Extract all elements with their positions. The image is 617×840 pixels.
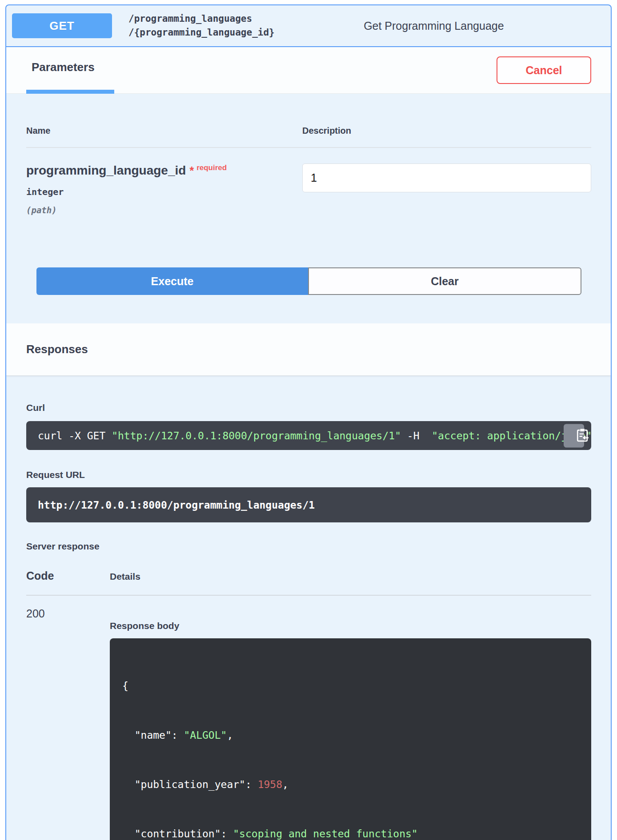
- curl-flag: -H: [401, 430, 425, 442]
- curl-command-block: curl -X GET "http://127.0.0.1:8000/progr…: [26, 421, 591, 450]
- operation-title: Get Programming Language: [275, 20, 593, 32]
- column-header-code: Code: [26, 569, 110, 582]
- operation-block-get: GET /programming_languages /{programming…: [5, 4, 612, 840]
- table-divider: [26, 147, 591, 148]
- parameters-table-head: Name Description: [26, 126, 591, 136]
- parameters-section: Name Description programming_language_id…: [6, 94, 611, 323]
- responses-title: Responses: [26, 342, 88, 356]
- parameter-info: programming_language_id*required integer…: [26, 163, 302, 215]
- method-badge-get[interactable]: GET: [12, 13, 112, 38]
- copy-curl-button[interactable]: [564, 424, 584, 447]
- request-url-value: http://127.0.0.1:8000/programming_langua…: [38, 499, 315, 511]
- parameter-type: integer: [26, 187, 302, 197]
- responses-header-bar: Responses: [6, 323, 611, 376]
- column-header-name: Name: [26, 126, 302, 136]
- status-code: 200: [26, 607, 110, 840]
- request-url-block: http://127.0.0.1:8000/programming_langua…: [26, 487, 591, 522]
- execute-button[interactable]: Execute: [36, 267, 308, 295]
- column-header-description: Description: [302, 126, 351, 136]
- json-line-publication-year: "publication_year": 1958,: [122, 776, 579, 793]
- operation-path-line2: /{programming_language_id}: [128, 26, 275, 40]
- curl-url-string: "http://127.0.0.1:8000/programming_langu…: [112, 430, 401, 442]
- tab-parameters[interactable]: Parameters: [26, 47, 114, 94]
- json-open-brace: {: [122, 678, 579, 694]
- response-row-200: 200 Response body { "name": "ALGOL", "pu…: [26, 607, 591, 840]
- parameters-header-bar: Parameters Cancel: [6, 47, 611, 94]
- required-asterisk: *: [189, 164, 194, 177]
- response-body-label: Response body: [110, 621, 591, 631]
- parameter-description-cell: [302, 163, 591, 215]
- response-table-divider: [26, 595, 591, 596]
- response-body-block: { "name": "ALGOL", "publication_year": 1…: [110, 638, 591, 840]
- parameter-value-input[interactable]: [302, 163, 591, 192]
- json-line-name: "name": "ALGOL",: [122, 727, 579, 744]
- response-details: Response body { "name": "ALGOL", "public…: [110, 607, 591, 840]
- cancel-button[interactable]: Cancel: [497, 56, 591, 84]
- request-url-label: Request URL: [26, 470, 591, 480]
- operation-summary[interactable]: GET /programming_languages /{programming…: [6, 5, 611, 47]
- operation-path: /programming_languages /{programming_lan…: [128, 12, 275, 40]
- curl-label: Curl: [26, 402, 591, 413]
- clipboard-copy-icon: [559, 421, 589, 450]
- json-line-contribution: "contribution": "scoping and nested func…: [122, 826, 579, 840]
- clear-button[interactable]: Clear: [308, 267, 581, 295]
- operation-path-line1: /programming_languages: [128, 12, 275, 26]
- curl-text: curl -X GET: [38, 430, 112, 442]
- parameter-location: (path): [26, 205, 302, 215]
- required-label: required: [196, 163, 227, 172]
- response-table-head: Code Details: [26, 569, 591, 582]
- parameter-name: programming_language_id: [26, 163, 186, 177]
- column-header-details: Details: [110, 571, 140, 582]
- parameter-row: programming_language_id*required integer…: [26, 163, 591, 215]
- server-response-label: Server response: [26, 541, 591, 552]
- execute-row: Execute Clear: [36, 267, 581, 295]
- responses-section: Curl curl -X GET "http://127.0.0.1:8000/…: [6, 376, 611, 840]
